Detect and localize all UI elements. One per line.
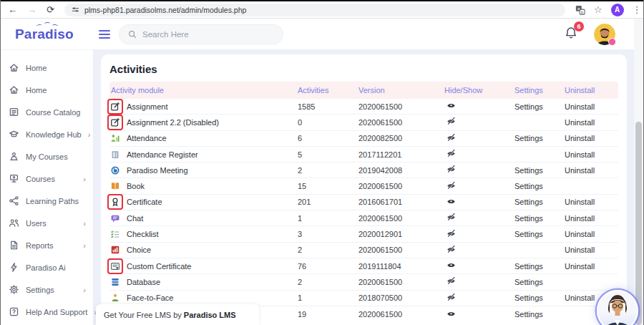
sidebar-item-home[interactable]: Home bbox=[1, 57, 93, 79]
eye-slash-icon[interactable] bbox=[447, 149, 456, 158]
sidebar-item-label: Settings bbox=[26, 286, 54, 294]
sidebar-item-label: Knowledge Hub bbox=[26, 130, 82, 139]
eye-slash-icon[interactable] bbox=[447, 181, 456, 190]
eye-slash-icon[interactable] bbox=[447, 229, 456, 238]
activities-count: 2 bbox=[298, 278, 358, 286]
sidebar-item-label: Course Catalog bbox=[26, 108, 80, 117]
activities-count: 3 bbox=[298, 230, 358, 238]
settings-link[interactable]: Settings bbox=[514, 134, 543, 142]
browser-menu-icon[interactable]: ⋮ bbox=[633, 4, 642, 15]
eye-icon[interactable] bbox=[447, 197, 456, 206]
sidebar-item-settings[interactable]: Settings› bbox=[1, 278, 93, 301]
eye-icon[interactable] bbox=[447, 101, 456, 110]
browser-refresh-icon[interactable]: ⟳ bbox=[47, 5, 54, 14]
sidebar-item-reports[interactable]: Reports› bbox=[1, 234, 93, 256]
uninstall-link[interactable]: Uninstall bbox=[565, 230, 595, 238]
translate-icon[interactable]: a b bbox=[575, 5, 585, 15]
version-number: 2020061500 bbox=[358, 278, 444, 286]
sidebar-item-knowledge-hub[interactable]: Knowledge Hub› bbox=[1, 123, 93, 145]
hamburger-menu-icon[interactable] bbox=[99, 28, 110, 41]
settings-link[interactable]: Settings bbox=[514, 278, 543, 286]
chevron-right-icon: › bbox=[83, 175, 86, 183]
version-number: 2020061500 bbox=[358, 246, 444, 254]
table-row-attendance: Attendance62020082500SettingsUninstall bbox=[109, 131, 618, 147]
module-name: Database bbox=[127, 278, 160, 286]
sidebar-item-help-and-support[interactable]: Help And Support› bbox=[1, 301, 93, 323]
uninstall-link[interactable]: Uninstall bbox=[565, 150, 595, 159]
sidebar-item-courses[interactable]: Courses› bbox=[1, 168, 93, 190]
uninstall-link[interactable]: Uninstall bbox=[565, 262, 595, 271]
search-input[interactable] bbox=[142, 30, 264, 39]
eye-slash-icon[interactable] bbox=[447, 117, 456, 126]
eye-slash-icon[interactable] bbox=[447, 276, 456, 286]
browser-profile-avatar[interactable]: A bbox=[611, 4, 624, 16]
uninstall-link[interactable]: Uninstall bbox=[565, 102, 595, 111]
sidebar-item-label: Paradiso Ai bbox=[26, 263, 66, 272]
uninstall-link[interactable]: Uninstall bbox=[565, 118, 595, 127]
settings-link[interactable]: Settings bbox=[514, 262, 543, 271]
settings-link[interactable]: Settings bbox=[514, 214, 543, 223]
eye-slash-icon[interactable] bbox=[447, 245, 456, 254]
bookmark-star-icon[interactable]: ☆ bbox=[594, 4, 602, 15]
eye-icon[interactable] bbox=[447, 261, 456, 270]
chevron-right-icon: › bbox=[83, 219, 86, 228]
site-info-icon[interactable] bbox=[72, 6, 79, 14]
module-name: Assignment 2.2 (Disabled) bbox=[127, 118, 219, 127]
sidebar-item-home[interactable]: Home bbox=[1, 79, 93, 101]
settings-link[interactable]: Settings bbox=[514, 230, 543, 238]
table-row-assignment: Assignment15852020061500SettingsUninstal… bbox=[109, 99, 618, 115]
table-row-paradiso-meeting: Paradiso Meeting22019042008SettingsUnins… bbox=[109, 162, 618, 178]
settings-link[interactable]: Settings bbox=[514, 198, 543, 206]
uninstall-link[interactable]: Uninstall bbox=[565, 214, 595, 223]
home-icon bbox=[9, 84, 19, 95]
scrollbar-thumb[interactable] bbox=[635, 122, 642, 325]
sidebar-item-label: Home bbox=[26, 86, 47, 94]
chevron-right-icon: › bbox=[83, 286, 86, 294]
eye-slash-icon[interactable] bbox=[447, 213, 456, 222]
sidebar-item-course-catalog[interactable]: Course Catalog bbox=[1, 101, 93, 123]
settings-link[interactable]: Settings bbox=[514, 310, 543, 319]
main-content: Activities Activity moduleActivitiesVers… bbox=[94, 50, 643, 325]
settings-link[interactable]: Settings bbox=[514, 166, 543, 175]
notifications-button[interactable]: 6 bbox=[564, 26, 578, 43]
url-text: plms-php81.paradisolms.net/admin/modules… bbox=[84, 6, 246, 14]
paradiso-logo[interactable]: Paradiso bbox=[15, 26, 90, 42]
sidebar-item-paradiso-ai[interactable]: Paradiso Ai bbox=[1, 256, 93, 278]
register-module-icon bbox=[109, 149, 121, 160]
sidebar-item-my-courses[interactable]: My Courses bbox=[1, 145, 93, 168]
activities-count: 201 bbox=[298, 198, 358, 206]
settings-link[interactable]: Settings bbox=[514, 294, 543, 302]
sidebar-item-learning-paths[interactable]: Learning Paths bbox=[1, 190, 93, 212]
uninstall-link[interactable]: Uninstall bbox=[565, 198, 595, 206]
module-name: Attendance bbox=[127, 134, 167, 142]
uninstall-link[interactable]: Uninstall bbox=[565, 134, 595, 142]
eye-slash-icon[interactable] bbox=[447, 293, 456, 302]
module-name-cell: Assignment 2.2 (Disabled) bbox=[109, 117, 298, 128]
module-name-cell: Assignment bbox=[109, 101, 298, 112]
version-number: 2019042008 bbox=[358, 166, 444, 175]
eye-slash-icon[interactable] bbox=[447, 133, 456, 142]
version-number: 2020082500 bbox=[358, 134, 444, 142]
eye-icon[interactable] bbox=[447, 309, 456, 319]
settings-link[interactable]: Settings bbox=[514, 182, 543, 190]
sidebar-item-users[interactable]: Users› bbox=[1, 212, 93, 234]
browser-forward-icon[interactable]: → bbox=[27, 5, 36, 14]
browser-back-icon[interactable]: ← bbox=[8, 5, 17, 14]
promo-badge[interactable]: Get Your Free LMS by Paradiso LMS bbox=[96, 304, 259, 325]
user-avatar[interactable] bbox=[594, 24, 615, 45]
module-name-cell: Attendance Register bbox=[109, 149, 298, 160]
module-name-cell: Paradiso Meeting bbox=[109, 165, 298, 176]
module-name: Choice bbox=[127, 246, 151, 254]
uninstall-link[interactable]: Uninstall bbox=[565, 246, 595, 254]
sidebar-item-label: Learning Paths bbox=[26, 197, 79, 205]
address-bar[interactable]: plms-php81.paradisolms.net/admin/modules… bbox=[64, 4, 565, 16]
uninstall-link[interactable]: Uninstall bbox=[565, 294, 595, 302]
activities-count: 19 bbox=[298, 310, 358, 319]
uninstall-link[interactable]: Uninstall bbox=[565, 166, 595, 175]
global-search[interactable] bbox=[119, 24, 283, 44]
chatbot-avatar[interactable] bbox=[597, 290, 638, 325]
version-number: 2020061500 bbox=[358, 118, 444, 127]
eye-slash-icon[interactable] bbox=[447, 165, 456, 174]
settings-link[interactable]: Settings bbox=[514, 102, 543, 111]
page-scrollbar[interactable] bbox=[634, 19, 643, 325]
